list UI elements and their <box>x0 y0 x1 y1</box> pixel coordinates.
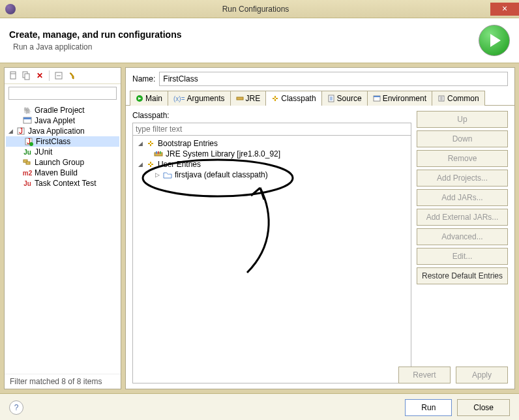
name-input[interactable] <box>159 72 508 86</box>
svg-rect-5 <box>23 117 31 119</box>
tab-jre[interactable]: JRE <box>230 91 267 106</box>
remove-button[interactable]: Remove <box>417 150 508 167</box>
classpath-heading: Classpath: <box>132 111 411 120</box>
bootstrap-entries-node[interactable]: ◢Bootstrap Entries <box>136 138 408 149</box>
expand-icon[interactable]: ▷ <box>154 172 160 178</box>
filter-icon[interactable] <box>67 70 77 81</box>
jre-library-node[interactable]: JRE System Library [jre1.8.0_92] <box>136 149 408 159</box>
tree-item-applet[interactable]: Java Applet <box>6 115 119 126</box>
project-icon <box>163 170 172 179</box>
delete-config-icon[interactable]: ✕ <box>35 70 45 81</box>
restore-default-button[interactable]: Restore Default Entries <box>417 267 508 284</box>
config-toolbar: ✕ <box>5 68 121 84</box>
classpath-filter-input[interactable] <box>132 123 411 136</box>
collapse-all-icon[interactable] <box>53 70 64 81</box>
classpath-tree[interactable]: ◢Bootstrap Entries JRE System Library [j… <box>132 136 411 383</box>
project-classpath-node[interactable]: ▷firstjava (default classpath) <box>136 170 408 180</box>
junit-icon: Ju <box>23 147 32 157</box>
tab-arguments[interactable]: (x)=Arguments <box>168 91 231 106</box>
svg-rect-12 <box>26 162 30 164</box>
java-icon: J <box>16 127 25 136</box>
expand-toggle-icon[interactable]: ◢ <box>7 128 14 134</box>
tree-item-gradle[interactable]: 🐘Gradle Project <box>6 105 119 115</box>
apply-button[interactable]: Apply <box>456 367 508 383</box>
task-icon: Ju <box>23 179 32 188</box>
java-run-icon: J <box>24 137 33 146</box>
tree-item-task-context[interactable]: JuTask Context Test <box>6 178 119 188</box>
close-button[interactable]: Close <box>457 399 510 416</box>
eclipse-icon <box>5 4 16 14</box>
tree-item-firstclass[interactable]: JFirstClass <box>6 136 119 147</box>
classpath-node-icon <box>146 139 155 148</box>
svg-rect-2 <box>25 74 29 80</box>
svg-text:J: J <box>19 127 23 136</box>
svg-rect-21 <box>158 151 159 154</box>
tree-item-maven[interactable]: m2Maven Build <box>6 168 119 178</box>
help-button[interactable]: ? <box>9 400 23 415</box>
tab-main[interactable]: Main <box>130 91 168 106</box>
config-list-panel: ✕ 🐘Gradle Project Java Applet ◢JJava App… <box>4 67 121 389</box>
svg-rect-0 <box>10 72 16 79</box>
revert-button[interactable]: Revert <box>398 367 451 383</box>
tab-bar: Main (x)=Arguments JRE Classpath Source … <box>126 90 514 106</box>
svg-rect-22 <box>160 151 161 154</box>
collapse-icon[interactable]: ◢ <box>137 140 143 147</box>
svg-point-10 <box>29 142 33 146</box>
name-label: Name: <box>132 74 155 83</box>
user-entries-node[interactable]: ◢User Entries <box>136 159 408 170</box>
up-button[interactable]: Up <box>417 111 508 128</box>
collapse-icon[interactable]: ◢ <box>137 161 143 168</box>
dialog-footer: ? Run Close <box>0 393 519 420</box>
applet-icon <box>23 116 32 125</box>
tab-common[interactable]: Common <box>432 91 485 106</box>
tab-environment[interactable]: Environment <box>367 91 432 106</box>
tree-item-junit[interactable]: JuJUnit <box>6 147 119 157</box>
new-config-icon[interactable] <box>8 70 19 81</box>
svg-rect-20 <box>156 151 157 154</box>
dialog-header: Create, manage, and run configurations R… <box>0 18 519 63</box>
filter-status: Filter matched 8 of 8 items <box>5 374 121 389</box>
gradle-icon: 🐘 <box>23 106 32 115</box>
close-window-button[interactable]: × <box>490 3 519 16</box>
tab-source[interactable]: Source <box>321 91 368 106</box>
maven-icon: m2 <box>23 168 32 177</box>
header-title: Create, manage, and run configurations <box>9 29 479 40</box>
config-tree[interactable]: 🐘Gradle Project Java Applet ◢JJava Appli… <box>5 102 121 374</box>
svg-rect-17 <box>374 96 380 97</box>
config-filter-input[interactable] <box>8 87 117 100</box>
launch-group-icon <box>23 158 32 167</box>
window-title: Run Configurations <box>21 5 490 14</box>
tab-classpath[interactable]: Classpath <box>265 91 321 106</box>
tree-item-java-app[interactable]: ◢JJava Application <box>6 126 119 136</box>
library-icon <box>154 149 163 158</box>
title-bar: Run Configurations × <box>0 0 519 18</box>
add-jars-button[interactable]: Add JARs... <box>417 189 508 206</box>
advanced-button[interactable]: Advanced... <box>417 228 508 245</box>
duplicate-config-icon[interactable] <box>22 70 32 81</box>
detail-panel: Name: Main (x)=Arguments JRE Classpath S… <box>125 67 515 389</box>
run-button[interactable]: Run <box>405 399 452 416</box>
classpath-node-icon <box>146 160 155 169</box>
tree-item-launch-group[interactable]: Launch Group <box>6 157 119 168</box>
edit-button[interactable]: Edit... <box>417 248 508 265</box>
add-external-jars-button[interactable]: Add External JARs... <box>417 209 508 226</box>
down-button[interactable]: Down <box>417 130 508 147</box>
run-banner-icon <box>479 25 510 56</box>
classpath-buttons: Up Down Remove Add Projects... Add JARs.… <box>417 111 508 383</box>
add-projects-button[interactable]: Add Projects... <box>417 170 508 187</box>
svg-rect-14 <box>237 97 243 100</box>
header-subtitle: Run a Java application <box>13 42 479 52</box>
